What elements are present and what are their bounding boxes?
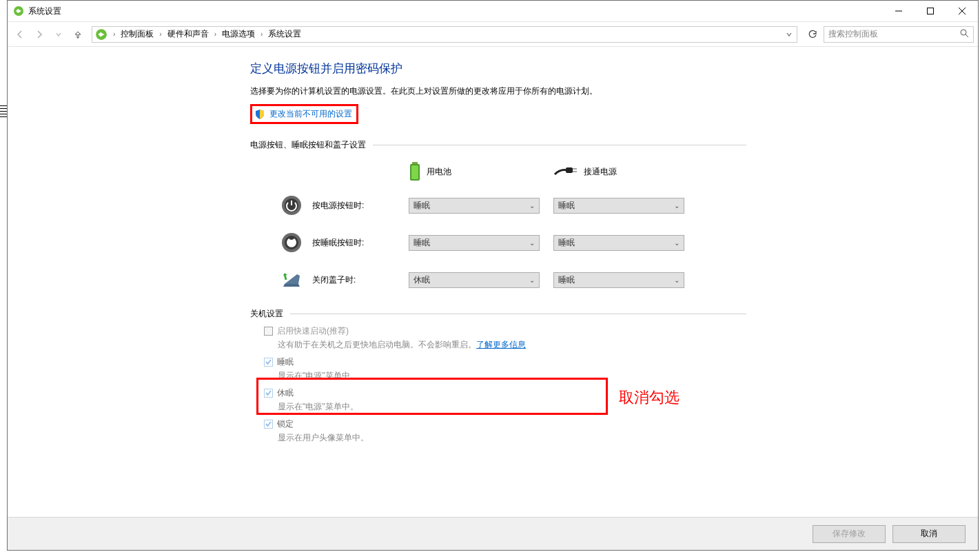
up-button[interactable] <box>70 26 86 43</box>
fast-startup-checkbox[interactable] <box>264 327 273 336</box>
section-shutdown-label: 关机设置 <box>250 308 746 320</box>
chevron-down-icon: ⌄ <box>674 276 680 284</box>
hibernate-title: 休眠 <box>277 387 294 399</box>
fast-startup-item: 启用快速启动(推荐) 这有助于在关机之后更快地启动电脑。不会影响重启。了解更多信… <box>264 325 746 351</box>
section-buttons-label: 电源按钮、睡眠按钮和盖子设置 <box>250 139 746 151</box>
chevron-down-icon: ⌄ <box>674 239 680 247</box>
breadcrumb-item[interactable]: 电源选项 <box>221 28 256 40</box>
refresh-button[interactable] <box>804 26 821 43</box>
lock-item: 锁定 显示在用户头像菜单中。 <box>264 418 746 444</box>
svg-rect-10 <box>411 165 418 179</box>
lock-sub: 显示在用户头像菜单中。 <box>278 432 746 444</box>
shutdown-settings-list: 启用快速启动(推荐) 这有助于在关机之后更快地启动电脑。不会影响重启。了解更多信… <box>264 325 746 444</box>
svg-rect-2 <box>928 8 934 14</box>
breadcrumb[interactable]: › 控制面板 › 硬件和声音 › 电源选项 › 系统设置 <box>92 26 797 43</box>
battery-icon <box>409 162 421 181</box>
chevron-down-icon: ⌄ <box>674 202 680 209</box>
breadcrumb-icon <box>95 28 108 41</box>
search-icon <box>960 29 969 40</box>
breadcrumb-dropdown[interactable] <box>786 31 795 38</box>
minimize-button[interactable] <box>883 1 915 21</box>
search-placeholder: 搜索控制面板 <box>828 28 878 40</box>
cancel-button[interactable]: 取消 <box>892 525 966 543</box>
content-area: 定义电源按钮并启用密码保护 选择要为你的计算机设置的电源设置。在此页上对设置所做… <box>8 47 978 550</box>
power-battery-select[interactable]: 睡眠⌄ <box>409 198 540 214</box>
close-button[interactable] <box>946 1 978 21</box>
svg-rect-11 <box>566 167 573 173</box>
sleep-button-icon <box>280 232 303 254</box>
row-lid-close: 关闭盖子时: 休眠⌄ 睡眠⌄ <box>271 261 746 298</box>
chevron-down-icon: ⌄ <box>529 202 535 209</box>
power-plugged-select[interactable]: 睡眠⌄ <box>553 198 684 214</box>
lock-title: 锁定 <box>277 418 294 430</box>
breadcrumb-item[interactable]: 系统设置 <box>267 28 303 40</box>
sleep-title: 睡眠 <box>277 356 294 368</box>
row-label: 按睡眠按钮时: <box>312 237 409 249</box>
laptop-lid-icon <box>280 269 303 291</box>
footer-bar: 保存修改 取消 <box>8 517 978 550</box>
breadcrumb-item[interactable]: 控制面板 <box>119 28 155 40</box>
chevron-right-icon: › <box>110 30 118 38</box>
window-title: 系统设置 <box>28 6 61 17</box>
row-label: 关闭盖子时: <box>312 274 409 286</box>
chevron-down-icon: ⌄ <box>529 276 535 284</box>
shield-icon <box>254 109 265 120</box>
row-label: 按电源按钮时: <box>312 200 409 212</box>
fast-startup-sub: 这有助于在关机之后更快地启动电脑。不会影响重启。了解更多信息 <box>278 339 746 351</box>
sleep-checkbox[interactable] <box>264 358 273 367</box>
row-sleep-button: 按睡眠按钮时: 睡眠⌄ 睡眠⌄ <box>271 224 746 261</box>
column-plugged: 接通电源 <box>553 166 698 178</box>
window-frame: 系统设置 › 控制面板 › 硬件和声音 › 电源选项 › 系统设置 搜索控制面板 <box>7 0 979 551</box>
power-settings-table: 用电池 接通电源 按电源按钮时: 睡眠⌄ 睡眠⌄ 按睡眠按钮时: <box>271 156 746 298</box>
sleep-battery-select[interactable]: 睡眠⌄ <box>409 235 540 251</box>
address-bar: › 控制面板 › 硬件和声音 › 电源选项 › 系统设置 搜索控制面板 <box>8 22 978 47</box>
save-button[interactable]: 保存修改 <box>813 525 886 543</box>
plug-icon <box>553 166 578 177</box>
titlebar: 系统设置 <box>8 1 978 22</box>
search-input[interactable]: 搜索控制面板 <box>824 26 974 43</box>
lock-checkbox[interactable] <box>264 420 273 429</box>
breadcrumb-item[interactable]: 硬件和声音 <box>166 28 210 40</box>
annotation-text: 取消勾选 <box>619 387 680 408</box>
recent-button[interactable] <box>50 26 67 43</box>
change-settings-highlight: 更改当前不可用的设置 <box>250 104 358 124</box>
column-battery: 用电池 <box>409 162 553 181</box>
svg-line-7 <box>966 34 968 37</box>
sleep-sub: 显示在"电源"菜单中。 <box>278 370 746 382</box>
lid-battery-select[interactable]: 休眠⌄ <box>409 272 540 288</box>
hibernate-checkbox[interactable] <box>264 389 273 398</box>
fast-startup-title: 启用快速启动(推荐) <box>277 325 349 337</box>
back-button[interactable] <box>12 26 28 43</box>
chevron-right-icon: › <box>258 30 265 38</box>
svg-point-6 <box>961 30 966 35</box>
app-icon <box>13 6 24 17</box>
learn-more-link[interactable]: 了解更多信息 <box>476 340 526 349</box>
chevron-right-icon: › <box>156 30 164 38</box>
chevron-down-icon: ⌄ <box>529 239 535 247</box>
forward-button[interactable] <box>31 26 48 43</box>
row-power-button: 按电源按钮时: 睡眠⌄ 睡眠⌄ <box>271 187 746 224</box>
chevron-right-icon: › <box>212 30 219 38</box>
page-description: 选择要为你的计算机设置的电源设置。在此页上对设置所做的更改将应用于你所有的电源计… <box>250 85 746 97</box>
change-unavailable-settings-link[interactable]: 更改当前不可用的设置 <box>269 108 352 120</box>
power-button-icon <box>280 194 303 216</box>
sleep-item: 睡眠 显示在"电源"菜单中。 <box>264 356 746 382</box>
sleep-plugged-select[interactable]: 睡眠⌄ <box>553 235 684 251</box>
svg-rect-8 <box>412 162 418 164</box>
maximize-button[interactable] <box>915 1 946 21</box>
lid-plugged-select[interactable]: 睡眠⌄ <box>553 272 684 288</box>
page-heading: 定义电源按钮并启用密码保护 <box>250 61 746 76</box>
external-edge-marks <box>0 103 7 131</box>
